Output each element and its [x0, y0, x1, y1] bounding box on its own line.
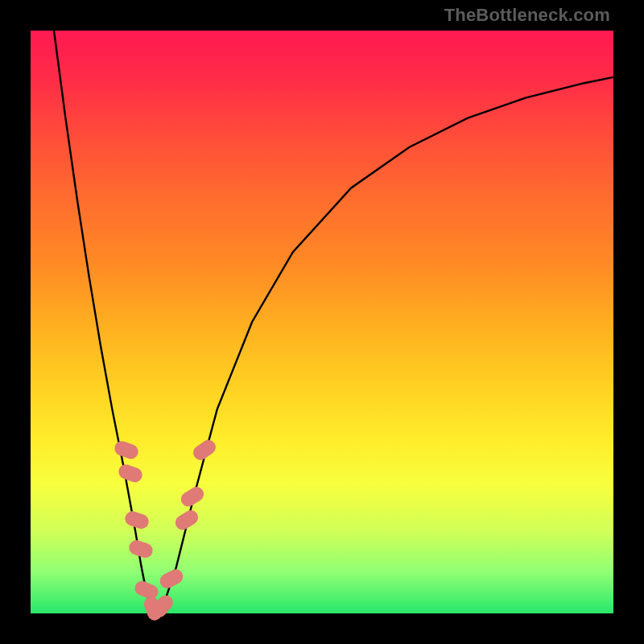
frame-right [613, 0, 644, 644]
frame-left [0, 0, 31, 644]
curve-marker [123, 510, 151, 530]
curve-marker [127, 539, 155, 559]
frame-bottom [0, 613, 644, 644]
curve-marker [117, 463, 144, 485]
watermark-text: TheBottleneck.com [444, 5, 610, 26]
curve-svg [31, 31, 613, 613]
curve-marker [113, 440, 140, 461]
curve-marker [190, 437, 218, 463]
curve-marker [158, 567, 186, 591]
curve-marker [178, 485, 206, 510]
curve-marker [173, 508, 201, 533]
plot-area [31, 31, 613, 613]
